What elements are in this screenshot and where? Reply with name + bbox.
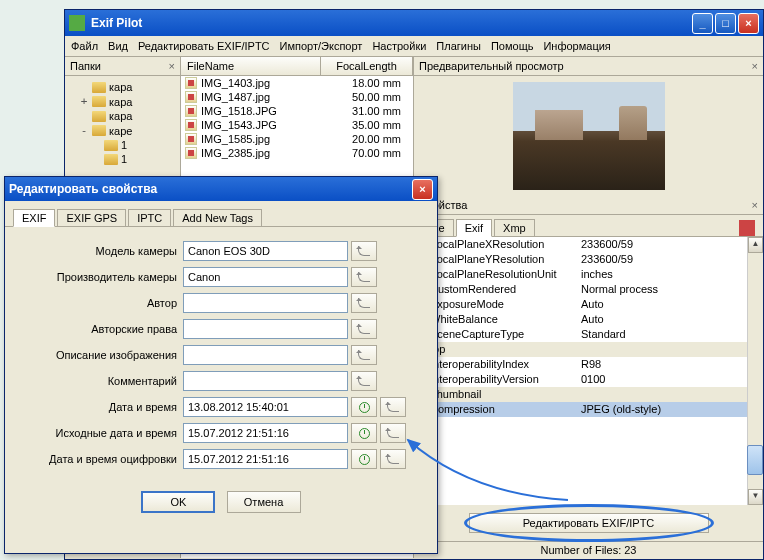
menu-item[interactable]: Настройки [372, 40, 426, 52]
col-focallength[interactable]: FocalLength [321, 57, 413, 75]
undo-icon [358, 324, 370, 334]
scroll-thumb[interactable] [747, 445, 763, 475]
file-name: IMG_1487.jpg [201, 91, 326, 103]
field-input[interactable] [183, 345, 348, 365]
clock-button[interactable] [351, 423, 377, 443]
prop-row[interactable]: InteroperabilityVersion0100 [414, 372, 763, 387]
main-titlebar[interactable]: Exif Pilot _ □ × [65, 10, 763, 36]
field-label: Авторские права [15, 323, 183, 335]
dialog-close-button[interactable]: × [412, 179, 433, 200]
tab-exif[interactable]: Exif [456, 219, 492, 237]
menu-item[interactable]: Импорт/Экспорт [280, 40, 363, 52]
ok-button[interactable]: OK [141, 491, 215, 513]
cancel-button[interactable]: Отмена [227, 491, 301, 513]
scrollbar[interactable]: ▲ ▼ [747, 237, 763, 505]
properties-tool-icon[interactable] [739, 220, 755, 236]
tree-item[interactable]: 1 [67, 152, 178, 166]
file-row[interactable]: IMG_1403.jpg18.00 mm [181, 76, 413, 90]
folders-close-icon[interactable]: × [169, 60, 175, 72]
tree-label: 1 [121, 139, 127, 151]
scroll-up-button[interactable]: ▲ [748, 237, 763, 253]
undo-button[interactable] [351, 371, 377, 391]
prop-group-row[interactable]: -Iop [414, 342, 763, 357]
file-row[interactable]: IMG_1518.JPG31.00 mm [181, 104, 413, 118]
field-label: Модель камеры [15, 245, 183, 257]
folder-icon [92, 96, 106, 107]
prop-row[interactable]: WhiteBalanceAuto [414, 312, 763, 327]
file-row[interactable]: IMG_2385.jpg70.00 mm [181, 146, 413, 160]
prop-key: CustomRendered [416, 282, 581, 297]
menu-item[interactable]: Информация [543, 40, 610, 52]
menu-item[interactable]: Редактировать EXIF/IPTC [138, 40, 270, 52]
prop-value: 233600/59 [581, 252, 761, 267]
undo-button[interactable] [380, 449, 406, 469]
tree-item[interactable]: 1 [67, 138, 178, 152]
menu-item[interactable]: Плагины [436, 40, 481, 52]
maximize-button[interactable]: □ [715, 13, 736, 34]
col-filename[interactable]: FileName [181, 57, 321, 75]
prop-row[interactable]: SceneCaptureTypeStandard [414, 327, 763, 342]
properties-close-icon[interactable]: × [752, 199, 758, 211]
undo-button[interactable] [351, 293, 377, 313]
properties-grid[interactable]: FocalPlaneXResolution233600/59FocalPlane… [414, 237, 763, 505]
files-table-header[interactable]: FileName FocalLength [181, 57, 413, 76]
field-input[interactable] [183, 293, 348, 313]
close-button[interactable]: × [738, 13, 759, 34]
prop-value: Auto [581, 312, 761, 327]
undo-button[interactable] [351, 345, 377, 365]
dlg-tab-exifgps[interactable]: EXIF GPS [57, 209, 126, 226]
field-input[interactable] [183, 319, 348, 339]
menu-item[interactable]: Файл [71, 40, 98, 52]
menu-item[interactable]: Вид [108, 40, 128, 52]
field-input[interactable] [183, 371, 348, 391]
preview-close-icon[interactable]: × [752, 60, 758, 72]
tree-item[interactable]: -каре [67, 123, 178, 138]
file-row[interactable]: IMG_1585.jpg20.00 mm [181, 132, 413, 146]
field-row: Описание изображения [15, 345, 427, 365]
field-input[interactable] [183, 267, 348, 287]
prop-row[interactable]: FocalPlaneYResolution233600/59 [414, 252, 763, 267]
undo-button[interactable] [351, 267, 377, 287]
file-row[interactable]: IMG_1487.jpg50.00 mm [181, 90, 413, 104]
dialog-titlebar[interactable]: Редактировать свойства × [5, 177, 437, 201]
dialog-body: Модель камерыПроизводитель камерыАвторАв… [5, 227, 437, 481]
tab-xmp[interactable]: Xmp [494, 219, 535, 236]
field-input[interactable] [183, 449, 348, 469]
prop-row[interactable]: InteroperabilityIndexR98 [414, 357, 763, 372]
dlg-tab-addnew[interactable]: Add New Tags [173, 209, 262, 226]
prop-row[interactable]: FocalPlaneXResolution233600/59 [414, 237, 763, 252]
field-label: Автор [15, 297, 183, 309]
undo-button[interactable] [351, 241, 377, 261]
dlg-tab-iptc[interactable]: IPTC [128, 209, 171, 226]
scroll-down-button[interactable]: ▼ [748, 489, 763, 505]
folder-tree[interactable]: кара+каракара-каре11 [65, 76, 180, 170]
undo-button[interactable] [351, 319, 377, 339]
clock-button[interactable] [351, 397, 377, 417]
dialog-tabs: EXIF EXIF GPS IPTC Add New Tags [5, 201, 437, 227]
field-input[interactable] [183, 397, 348, 417]
undo-button[interactable] [380, 423, 406, 443]
field-row: Дата и время [15, 397, 427, 417]
clock-icon [359, 454, 370, 465]
focal-length: 70.00 mm [326, 147, 409, 159]
tree-label: кара [109, 96, 132, 108]
prop-row[interactable]: CustomRenderedNormal process [414, 282, 763, 297]
tree-item[interactable]: кара [67, 109, 178, 123]
prop-row[interactable]: ExposureModeAuto [414, 297, 763, 312]
clock-button[interactable] [351, 449, 377, 469]
edit-exif-iptc-button[interactable]: Редактировать EXIF/IPTC [469, 513, 709, 533]
dlg-tab-exif[interactable]: EXIF [13, 209, 55, 227]
undo-button[interactable] [380, 397, 406, 417]
prop-group-row[interactable]: -Thumbnail [414, 387, 763, 402]
field-label: Дата и время [15, 401, 183, 413]
field-input[interactable] [183, 241, 348, 261]
folders-header: Папки × [65, 57, 180, 76]
menu-item[interactable]: Помощь [491, 40, 534, 52]
file-row[interactable]: IMG_1543.JPG35.00 mm [181, 118, 413, 132]
minimize-button[interactable]: _ [692, 13, 713, 34]
prop-row[interactable]: FocalPlaneResolutionUnitinches [414, 267, 763, 282]
field-input[interactable] [183, 423, 348, 443]
prop-row[interactable]: CompressionJPEG (old-style) [414, 402, 763, 417]
tree-item[interactable]: кара [67, 80, 178, 94]
tree-item[interactable]: +кара [67, 94, 178, 109]
